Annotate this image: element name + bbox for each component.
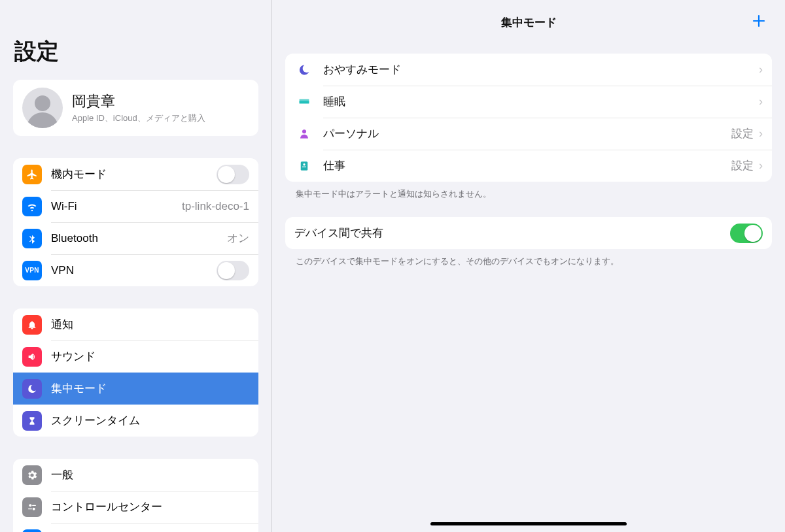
- vpn-icon: VPN: [22, 261, 42, 280]
- focus-mode-sleep[interactable]: 睡眠 ›: [285, 86, 772, 118]
- sidebar-item-notifications[interactable]: 通知: [13, 308, 258, 341]
- focus-mode-label: 仕事: [323, 158, 731, 173]
- chevron-right-icon: ›: [759, 63, 763, 76]
- profile-subtitle: Apple ID、iCloud、メディアと購入: [72, 112, 205, 124]
- share-footer-note: このデバイスで集中モードをオンにすると、その他のデバイスでもオンになります。: [285, 249, 772, 267]
- airplane-toggle[interactable]: [217, 165, 249, 184]
- svg-rect-13: [302, 166, 306, 167]
- wifi-icon: [22, 197, 42, 216]
- bell-icon: [22, 315, 42, 335]
- sidebar-item-airplane[interactable]: 機内モード: [13, 158, 258, 190]
- bed-icon: [294, 92, 314, 112]
- avatar: [22, 88, 63, 128]
- bluetooth-value: オン: [227, 231, 249, 246]
- focus-modes-group: おやすみモード › 睡眠 › パーソナル 設定 ›: [285, 54, 772, 182]
- sidebar-item-label: サウンド: [51, 349, 249, 364]
- add-button[interactable]: [751, 13, 767, 29]
- sidebar-group-alerts: 通知 サウンド 集中モード スクリーンタイム: [13, 308, 258, 437]
- chevron-right-icon: ›: [759, 127, 763, 141]
- sidebar-group-connectivity: 機内モード Wi-Fi tp-link-deco-1 Bluetooth オン …: [13, 158, 258, 286]
- sidebar-item-vpn[interactable]: VPN VPN: [13, 254, 258, 286]
- share-toggle[interactable]: [730, 224, 763, 243]
- sidebar-item-label: VPN: [51, 264, 217, 277]
- settings-sidebar: 設定 岡貴章 Apple ID、iCloud、メディアと購入 機内モード Wi-…: [0, 0, 272, 532]
- focus-mode-work[interactable]: 仕事 設定 ›: [285, 150, 772, 182]
- sidebar-item-label: 集中モード: [51, 381, 249, 396]
- focus-mode-dnd[interactable]: おやすみモード ›: [285, 54, 772, 86]
- vpn-toggle[interactable]: [217, 261, 249, 280]
- wifi-value: tp-link-deco-1: [182, 200, 249, 213]
- airplane-icon: [22, 165, 42, 184]
- svg-rect-9: [300, 99, 309, 101]
- svg-rect-8: [300, 101, 309, 103]
- gear-icon: [22, 465, 42, 485]
- sidebar-item-label: スクリーンタイム: [51, 413, 249, 428]
- detail-title: 集中モード: [501, 15, 557, 30]
- brightness-icon: [22, 529, 42, 533]
- sidebar-item-label: 機内モード: [51, 167, 217, 182]
- share-label: デバイス間で共有: [294, 225, 730, 241]
- sidebar-item-label: コントロールセンター: [51, 499, 249, 514]
- sliders-icon: [22, 497, 42, 517]
- sidebar-item-controlcenter[interactable]: コントロールセンター: [13, 491, 258, 523]
- svg-rect-11: [301, 161, 308, 171]
- sidebar-item-general[interactable]: 一般: [13, 459, 258, 491]
- settings-title: 設定: [14, 37, 258, 67]
- svg-point-12: [303, 163, 305, 165]
- profile-card[interactable]: 岡貴章 Apple ID、iCloud、メディアと購入: [13, 80, 258, 136]
- focus-footer-note: 集中モード中はアラートと通知は知らされません。: [285, 182, 772, 200]
- person-icon: [294, 124, 314, 144]
- sidebar-item-label: 一般: [51, 467, 249, 482]
- sidebar-item-sound[interactable]: サウンド: [13, 341, 258, 373]
- svg-point-2: [33, 507, 35, 510]
- chevron-right-icon: ›: [759, 95, 763, 108]
- sidebar-item-label: 通知: [51, 317, 249, 332]
- svg-rect-3: [28, 508, 32, 509]
- moon-icon: [294, 60, 314, 80]
- sidebar-group-general: 一般 コントロールセンター 画面表示と明るさ: [13, 459, 258, 532]
- bluetooth-icon: [22, 229, 42, 248]
- focus-mode-action: 設定: [731, 158, 754, 173]
- home-indicator: [430, 522, 627, 525]
- svg-point-10: [302, 129, 306, 133]
- sidebar-item-screentime[interactable]: スクリーンタイム: [13, 405, 258, 437]
- sidebar-item-focus[interactable]: 集中モード: [13, 373, 258, 405]
- profile-name: 岡貴章: [72, 91, 205, 111]
- focus-mode-personal[interactable]: パーソナル 設定 ›: [285, 118, 772, 150]
- focus-mode-action: 設定: [731, 126, 754, 141]
- chevron-right-icon: ›: [759, 159, 763, 173]
- focus-mode-label: 睡眠: [323, 94, 759, 109]
- focus-mode-label: パーソナル: [323, 126, 731, 141]
- sidebar-item-label: Wi-Fi: [51, 200, 177, 213]
- sidebar-item-display[interactable]: 画面表示と明るさ: [13, 523, 258, 532]
- share-group: デバイス間で共有: [285, 217, 772, 249]
- focus-mode-label: おやすみモード: [323, 62, 759, 77]
- badge-icon: [294, 156, 314, 176]
- detail-header: 集中モード: [272, 4, 785, 41]
- svg-point-0: [29, 504, 31, 507]
- svg-rect-1: [32, 505, 36, 505]
- share-across-devices-row[interactable]: デバイス間で共有: [285, 217, 772, 249]
- speaker-icon: [22, 347, 42, 367]
- hourglass-icon: [22, 411, 42, 431]
- moon-icon: [22, 379, 42, 399]
- sidebar-item-label: Bluetooth: [51, 232, 222, 245]
- detail-pane: 集中モード おやすみモード › 睡眠 ›: [272, 0, 785, 532]
- sidebar-item-wifi[interactable]: Wi-Fi tp-link-deco-1: [13, 190, 258, 222]
- sidebar-item-bluetooth[interactable]: Bluetooth オン: [13, 222, 258, 254]
